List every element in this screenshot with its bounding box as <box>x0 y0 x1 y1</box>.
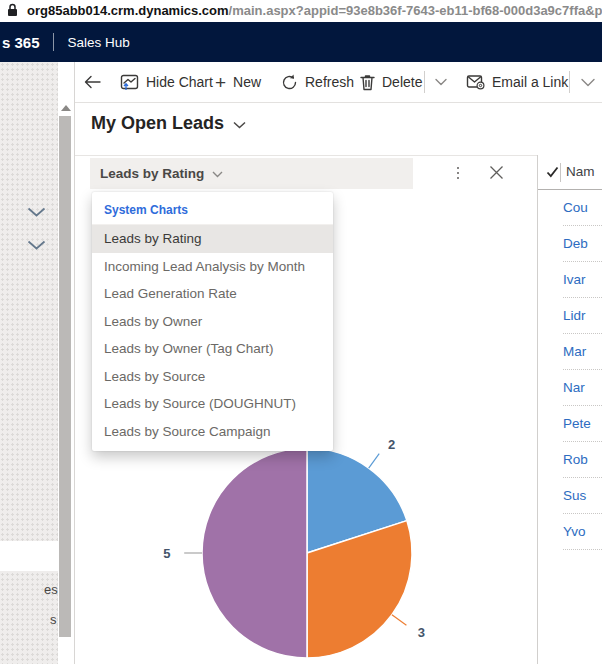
dropdown-group-header: System Charts <box>92 197 333 225</box>
table-row[interactable]: Ivar <box>563 262 602 298</box>
chart-dropdown-item[interactable]: Lead Generation Rate <box>92 280 333 308</box>
chart-dropdown-item[interactable]: Incoming Lead Analysis by Month <box>92 253 333 281</box>
grid-rows: CouDebIvarLidrMarNarPeteRobSusYvo <box>538 190 602 550</box>
grid-header-divider <box>560 163 561 182</box>
table-row[interactable]: Mar <box>563 334 602 370</box>
chart-dropdown-item[interactable]: Leads by Source <box>92 363 333 391</box>
chart-dropdown-item[interactable]: Leads by Source (DOUGHNUT) <box>92 390 333 418</box>
lead-name-link[interactable]: Lidr <box>563 308 586 323</box>
lead-name-link[interactable]: Ivar <box>563 272 586 287</box>
lead-name-link[interactable]: Cou <box>563 200 588 215</box>
pie-slice[interactable] <box>202 448 307 658</box>
chart-dropdown-item[interactable]: Leads by Rating <box>92 225 333 253</box>
table-row[interactable]: Sus <box>563 478 602 514</box>
chart-dropdown-list: Leads by RatingIncoming Lead Analysis by… <box>92 225 333 445</box>
pie-data-label: 5 <box>163 546 170 561</box>
table-row[interactable]: Nar <box>563 370 602 406</box>
grid-header-row: Nam <box>538 155 602 190</box>
lead-name-link[interactable]: Deb <box>563 236 588 251</box>
pie-callout-line <box>369 454 380 469</box>
pie-data-label: 2 <box>388 437 395 452</box>
pie-data-label: 3 <box>418 625 425 640</box>
chart-dropdown: System Charts Leads by RatingIncoming Le… <box>92 192 333 451</box>
name-column-header[interactable]: Nam <box>566 164 595 179</box>
app-window: org85abb014.crm.dynamics.com/main.aspx?a… <box>0 0 602 664</box>
table-row[interactable]: Pete <box>563 406 602 442</box>
lead-name-link[interactable]: Sus <box>563 488 586 503</box>
lead-name-link[interactable]: Pete <box>563 416 591 431</box>
table-row[interactable]: Cou <box>563 190 602 226</box>
leads-grid: Nam CouDebIvarLidrMarNarPeteRobSusYvo <box>538 155 602 664</box>
select-all-check-icon[interactable] <box>546 166 559 178</box>
chart-dropdown-item[interactable]: Leads by Owner (Tag Chart) <box>92 335 333 363</box>
lead-name-link[interactable]: Nar <box>563 380 585 395</box>
table-row[interactable]: Rob <box>563 442 602 478</box>
table-row[interactable]: Deb <box>563 226 602 262</box>
chart-dropdown-item[interactable]: Leads by Owner <box>92 308 333 336</box>
lead-name-link[interactable]: Mar <box>563 344 586 359</box>
pie-callout-line <box>392 615 407 626</box>
table-row[interactable]: Lidr <box>563 298 602 334</box>
chart-dropdown-item[interactable]: Leads by Source Campaign <box>92 418 333 446</box>
lead-name-link[interactable]: Yvo <box>563 524 586 539</box>
table-row[interactable]: Yvo <box>563 514 602 550</box>
lead-name-link[interactable]: Rob <box>563 452 588 467</box>
